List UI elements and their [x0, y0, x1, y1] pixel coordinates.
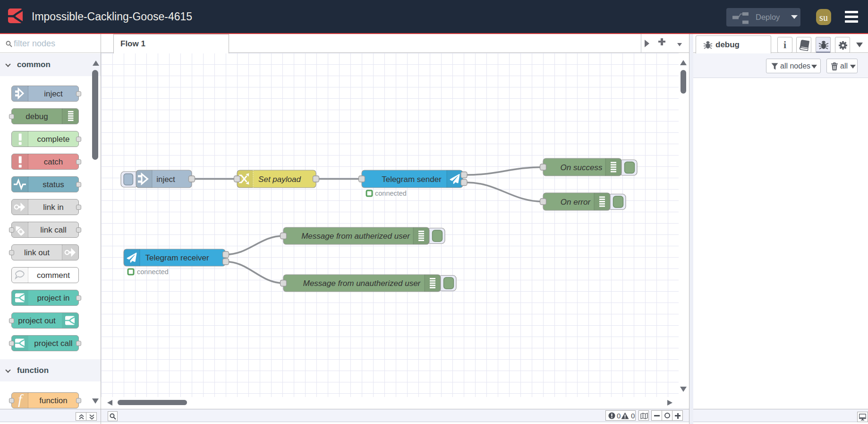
svg-text:Telegram sender: Telegram sender: [382, 175, 442, 184]
svg-text:Set payload: Set payload: [258, 175, 301, 184]
svg-text:connected: connected: [137, 268, 169, 276]
svg-text:On error: On error: [561, 198, 591, 207]
svg-text:Message from unautherized user: Message from unautherized user: [303, 279, 421, 288]
svg-text:Message from autherized user: Message from autherized user: [301, 232, 410, 241]
svg-text:inject: inject: [156, 175, 175, 184]
svg-text:On success: On success: [561, 163, 603, 172]
svg-text:Telegram receiver: Telegram receiver: [145, 253, 209, 262]
svg-text:connected: connected: [375, 190, 407, 197]
